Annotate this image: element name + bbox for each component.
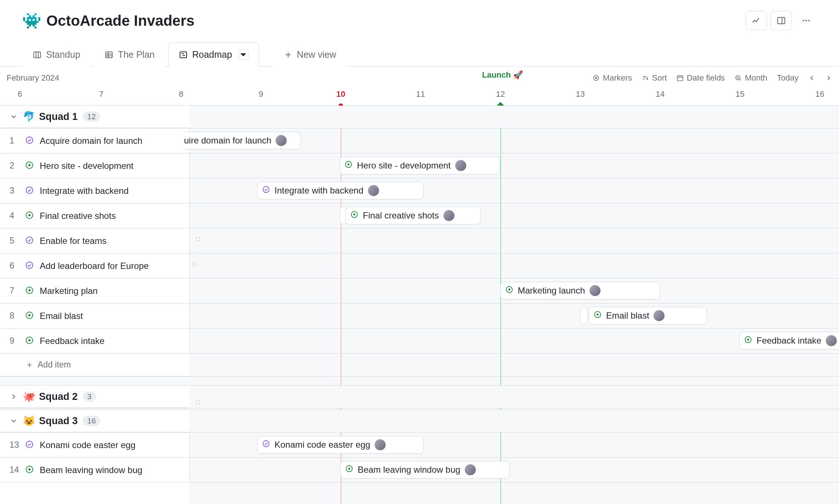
chevron-down-icon <box>10 113 18 121</box>
day-8: 8 <box>179 89 183 99</box>
timeline-row: 7Marketing planMarketing launch <box>0 278 839 304</box>
timeline-row: 5Enable for teams <box>0 228 839 253</box>
avatar[interactable] <box>375 439 386 450</box>
row-sidebar[interactable]: 8Email blast <box>0 304 190 328</box>
markers-button[interactable]: Markers <box>592 73 632 83</box>
svg-point-40 <box>353 213 355 216</box>
avatar[interactable] <box>443 210 454 221</box>
row-timeline[interactable] <box>190 253 839 278</box>
row-timeline[interactable]: Feedback intake <box>190 329 839 353</box>
bar-stub[interactable] <box>580 307 588 324</box>
timeline-bar[interactable]: Integrate with backend <box>257 182 424 199</box>
svg-point-42 <box>26 262 33 269</box>
group-name: Squad 2 <box>39 391 78 402</box>
next-button[interactable] <box>825 74 832 82</box>
avatar[interactable] <box>465 464 476 475</box>
tab-new-view[interactable]: New view <box>273 42 347 67</box>
bar-label: uire domain for launch <box>184 135 271 146</box>
avatar[interactable] <box>455 160 466 171</box>
timeline-date-label: February 2024 <box>7 73 59 83</box>
row-timeline[interactable]: Marketing launch <box>190 278 839 303</box>
svg-point-30 <box>26 137 33 143</box>
plus-icon <box>284 50 293 59</box>
tab-the-plan[interactable]: The Plan <box>94 42 165 67</box>
today-button[interactable]: Today <box>777 73 799 83</box>
timeline-bar[interactable]: Beam leaving window bug <box>340 461 510 479</box>
panel-button[interactable] <box>771 11 792 30</box>
avatar[interactable] <box>826 335 837 346</box>
timeline-row: 8Email blastEmail blast <box>0 304 839 329</box>
table-icon <box>105 50 113 59</box>
svg-point-57 <box>26 441 33 448</box>
row-timeline[interactable]: Beam leaving window bug <box>190 458 839 482</box>
tab-standup[interactable]: Standup <box>22 42 91 67</box>
zoom-button[interactable]: Month <box>734 73 767 83</box>
bar-label: Integrate with backend <box>275 185 364 196</box>
row-sidebar[interactable]: 6Add leaderboard for Europe <box>0 253 190 278</box>
group-header-squad-1[interactable]: 🐬Squad 112 <box>0 106 190 128</box>
bar-label: Beam leaving window bug <box>358 465 460 475</box>
row-timeline[interactable]: Konami code easter egg <box>190 433 839 457</box>
svg-point-54 <box>747 338 749 341</box>
avatar[interactable] <box>654 310 665 321</box>
more-menu-button[interactable] <box>796 11 817 30</box>
row-title: Marketing plan <box>40 286 98 296</box>
date-fields-button[interactable]: Date fields <box>676 73 725 83</box>
row-title: Enable for teams <box>40 236 106 246</box>
row-number: 6 <box>10 261 19 271</box>
timeline-bar[interactable]: Marketing launch <box>500 282 660 299</box>
svg-point-3 <box>806 20 807 21</box>
row-sidebar[interactable]: 2Hero site - development <box>0 153 190 178</box>
row-timeline[interactable]: Hero site - development <box>190 153 839 178</box>
row-sidebar[interactable]: 4Final creative shots <box>0 203 190 228</box>
sort-button[interactable]: Sort <box>642 73 667 83</box>
row-title: Beam leaving window bug <box>40 465 142 475</box>
zoom-icon <box>734 74 742 82</box>
add-item-button[interactable]: Add item <box>0 354 190 376</box>
avatar[interactable] <box>590 285 601 296</box>
row-title: Konami code easter egg <box>40 440 135 450</box>
insights-button[interactable] <box>746 11 767 30</box>
tab-dropdown-button[interactable] <box>238 50 248 60</box>
row-sidebar[interactable]: 1Acquire domain for launch <box>0 128 190 153</box>
day-14: 14 <box>656 89 665 99</box>
row-timeline[interactable]: uire domain for launch <box>190 128 839 153</box>
timeline-bar[interactable]: uire domain for launch <box>184 132 301 149</box>
tab-label: The Plan <box>118 49 155 60</box>
timeline-row: 2Hero site - developmentHero site - deve… <box>0 153 839 178</box>
tab-roadmap[interactable]: Roadmap <box>168 42 259 67</box>
row-sidebar[interactable]: 7Marketing plan <box>0 278 190 303</box>
row-title: Email blast <box>40 311 83 321</box>
timeline-bar[interactable]: Konami code easter egg <box>257 436 424 454</box>
day-12: 12 <box>496 89 505 99</box>
row-sidebar[interactable]: 14Beam leaving window bug <box>0 458 190 482</box>
drag-handle[interactable] <box>196 401 200 404</box>
status-icon <box>262 440 270 450</box>
row-sidebar[interactable]: 5Enable for teams <box>0 228 190 253</box>
drag-handle[interactable] <box>192 262 196 266</box>
timeline-row: 6Add leaderboard for Europe <box>0 253 839 278</box>
timeline-bar[interactable]: Feedback intake <box>739 332 839 349</box>
prev-button[interactable] <box>808 74 815 82</box>
svg-point-32 <box>28 164 31 166</box>
row-timeline[interactable] <box>190 228 839 253</box>
row-timeline[interactable]: Integrate with backend <box>190 178 839 203</box>
timeline-bar[interactable]: Email blast <box>589 307 707 324</box>
launch-marker-label[interactable]: Launch 🚀 <box>482 70 523 80</box>
timeline-bar[interactable]: Final creative shots <box>346 207 481 224</box>
row-timeline[interactable]: Email blast <box>190 304 839 328</box>
row-sidebar[interactable]: 13Konami code easter egg <box>0 433 190 457</box>
group-header-squad-2[interactable]: 🐙Squad 23 <box>0 386 190 408</box>
timeline-bar[interactable]: Hero site - development <box>340 157 500 174</box>
bar-label: Hero site - development <box>357 160 451 171</box>
row-sidebar[interactable]: 3Integrate with backend <box>0 178 190 203</box>
row-sidebar[interactable]: 9Feedback intake <box>0 329 190 353</box>
avatar[interactable] <box>368 185 379 196</box>
drag-handle[interactable] <box>196 237 200 241</box>
row-number: 2 <box>10 161 19 171</box>
status-icon <box>25 440 34 450</box>
group-header-squad-3[interactable]: 😺Squad 316 <box>0 410 190 432</box>
row-timeline[interactable]: Final creative shots <box>190 203 839 228</box>
avatar[interactable] <box>276 135 287 146</box>
status-icon <box>25 186 34 196</box>
